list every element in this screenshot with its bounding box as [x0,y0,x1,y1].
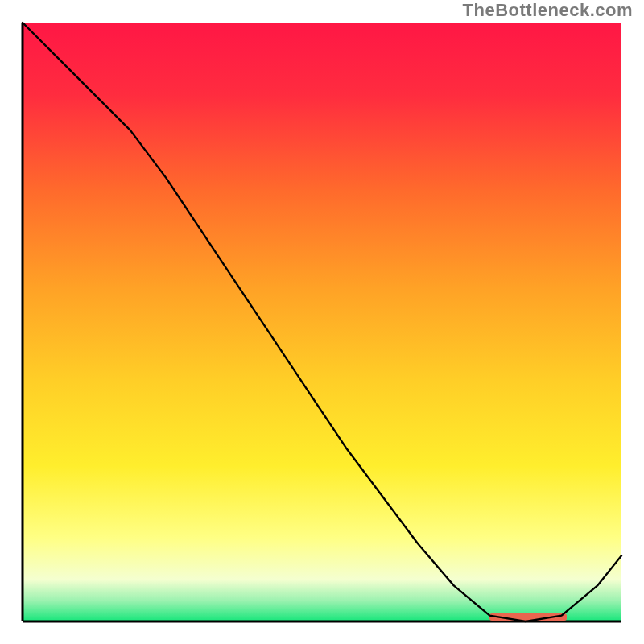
chart-container: TheBottleneck.com [0,0,644,644]
chart-svg [0,0,644,644]
plot-area [23,23,621,621]
watermark-text: TheBottleneck.com [463,0,633,21]
